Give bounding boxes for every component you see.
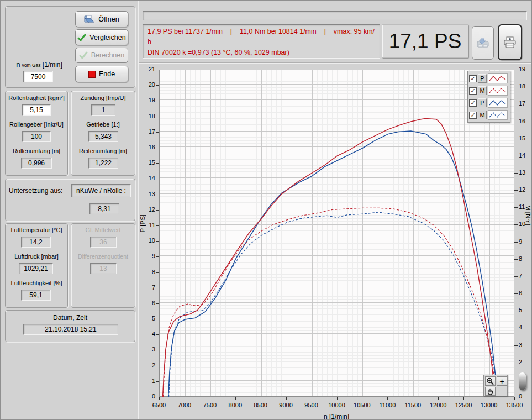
legend-checkbox[interactable]: ✓ <box>469 87 477 95</box>
y-right-tick-mark <box>514 380 518 380</box>
x-tick-mark <box>438 397 439 400</box>
y-right-tick-label: 12 <box>519 186 532 193</box>
y-left-tick-mark <box>156 163 159 164</box>
datetime-value: 21.10.2018 15:21 <box>23 324 118 335</box>
status-line-1: 17,9 PS bei 11737 1/min | 11,0 Nm bei 10… <box>148 27 375 37</box>
mean-label: Gl. Mittelwert <box>71 227 135 233</box>
y-left-tick-label: 0 <box>141 393 155 400</box>
diff-quotient-value: 13 <box>90 263 117 274</box>
roller-encoder-label: Rollengeber [Inkr/U] <box>6 121 67 128</box>
y-right-tick-label: 5 <box>519 307 532 313</box>
x-tick-label: 10000 <box>324 402 350 408</box>
y-right-tick-label: 11 <box>519 203 532 210</box>
checkmark-icon <box>77 34 86 41</box>
legend-series-label: P <box>478 74 487 83</box>
gear-value: 5,343 <box>88 131 118 142</box>
y-right-tick-label: 14 <box>519 152 532 159</box>
x-tick-mark <box>286 397 287 400</box>
folder-open-icon <box>84 15 95 23</box>
x-tick-mark <box>387 397 388 400</box>
end-button[interactable]: Ende <box>75 66 128 82</box>
save-disk-icon <box>476 38 489 49</box>
y-right-tick-mark <box>514 311 518 311</box>
y-left-tick-mark <box>156 319 159 319</box>
print-button[interactable] <box>498 24 522 60</box>
legend-line-sample[interactable] <box>488 98 508 108</box>
x-tick-label: 13500 <box>502 402 527 408</box>
x-tick-mark <box>514 397 515 400</box>
y-left-tick-label: 1 <box>141 377 155 384</box>
humidity-value: 59,1 <box>21 290 51 301</box>
save-button[interactable] <box>472 26 494 60</box>
control-group-main: n vom Gas [1/min] 7500 Öffnen Vergleiche… <box>5 6 135 88</box>
zoom-tool-button[interactable] <box>485 376 496 386</box>
y-right-tick-label: 2 <box>519 359 532 365</box>
y-right-tick-label: 8 <box>519 255 532 262</box>
x-tick-mark <box>159 397 160 400</box>
y-right-tick-label: 10 <box>519 221 532 227</box>
x-tick-label: 13000 <box>476 402 502 408</box>
y-left-tick-mark <box>156 256 159 257</box>
rpm-input[interactable]: 7500 <box>23 71 53 82</box>
header-divider <box>139 62 532 64</box>
y-right-tick-label: 17 <box>519 100 532 107</box>
x-tick-mark <box>463 397 464 400</box>
compare-button[interactable]: Vergleichen <box>75 29 128 45</box>
y-right-tick-label: 4 <box>519 324 532 330</box>
x-tick-mark <box>413 397 413 400</box>
calculate-button[interactable]: Berechnen <box>75 48 128 63</box>
legend-row: ✓M <box>469 109 509 121</box>
y-right-tick-label: 7 <box>519 272 532 279</box>
legend-line-sample[interactable] <box>488 74 508 83</box>
x-tick-label: 9500 <box>299 402 324 408</box>
y-right-tick-label: 0 <box>519 393 532 400</box>
graph-palette: + <box>483 375 508 396</box>
plot-area[interactable] <box>159 70 514 397</box>
legend-checkbox[interactable]: ✓ <box>469 112 477 119</box>
reduction-source-selector[interactable]: nKuWe / nRolle : <box>71 184 131 197</box>
legend-line-sample[interactable] <box>488 110 508 120</box>
open-button-label: Öffnen <box>98 15 119 23</box>
scale-slider-knob[interactable] <box>519 372 526 390</box>
x-tick-label: 6500 <box>146 402 172 408</box>
y-left-tick-mark <box>156 179 159 179</box>
x-tick-label: 10500 <box>349 402 375 408</box>
series-P-red-solid <box>163 118 496 397</box>
status-line-3: DIN 70020 k =0,973 (13 °C, 60 %, 1029 mb… <box>148 48 375 58</box>
y-right-tick-mark <box>514 87 518 87</box>
ignition-value: 1 <box>91 104 115 116</box>
legend-checkbox[interactable]: ✓ <box>469 99 477 107</box>
power-display: 17,1 PS <box>382 24 468 58</box>
humidity-label: Luftfeuchtigkeit [%] <box>6 280 67 286</box>
roller-inertia-input[interactable]: 5,15 <box>22 104 51 116</box>
y-left-tick-mark <box>156 350 159 350</box>
open-button[interactable]: Öffnen <box>75 11 128 27</box>
ignition-label: Zündung [Imp/U] <box>71 95 135 101</box>
pan-tool-button[interactable] <box>485 387 496 396</box>
x-tick-label: 12000 <box>425 402 451 408</box>
checkmark-disabled-icon <box>79 51 88 59</box>
engine-group: Zündung [Imp/U] 1 Getriebe [1:] 5,343 Re… <box>71 91 135 176</box>
y-left-tick-label: 12 <box>141 206 155 213</box>
y-right-tick-mark <box>514 276 518 277</box>
y-right-tick-mark <box>514 242 518 243</box>
legend-checkbox[interactable]: ✓ <box>469 75 477 82</box>
legend-row: ✓M <box>469 85 509 97</box>
x-tick-label: 7000 <box>172 402 197 408</box>
dyno-curves <box>160 70 515 397</box>
y-right-tick-label: 15 <box>519 135 532 141</box>
stop-square-icon <box>88 71 96 78</box>
y-left-tick-label: 10 <box>141 237 155 244</box>
air-temp-label: Lufttemperatur [°C] <box>6 227 67 233</box>
rpm-label-sub: vom Gas <box>22 62 41 68</box>
x-tick-label: 8500 <box>248 402 273 408</box>
x-tick-mark <box>312 397 312 400</box>
rpm-label-prefix: n <box>16 60 20 69</box>
cursor-tool-button[interactable]: + <box>497 376 507 386</box>
y-left-tick-mark <box>156 85 159 86</box>
file-path-field[interactable] <box>143 11 527 20</box>
x-tick-mark <box>362 397 362 400</box>
dyno-app-window: n vom Gas [1/min] 7500 Öffnen Vergleiche… <box>0 0 532 420</box>
y-right-tick-mark <box>514 224 518 225</box>
legend-line-sample[interactable] <box>488 86 508 96</box>
